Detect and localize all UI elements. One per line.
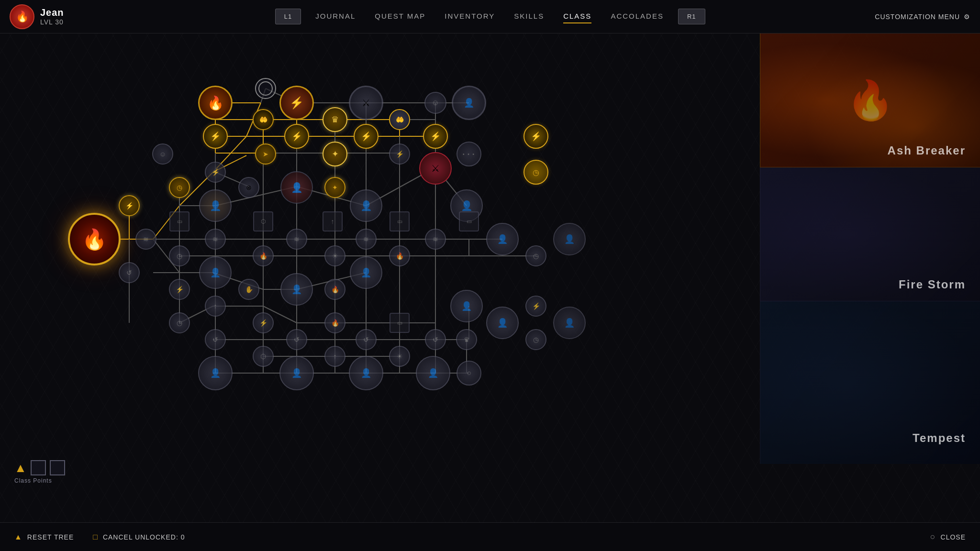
skill-node-portrait-mid1[interactable]: 👤 [199, 189, 232, 222]
skill-node-tempest2[interactable]: 👤 [486, 307, 519, 339]
class-points-icons: ▲ [14, 460, 65, 475]
skill-node-sun[interactable]: ☀ [324, 245, 345, 266]
skill-node-wave1[interactable]: ≋ [135, 229, 156, 250]
skill-node-zap-tempest[interactable]: ⚡ [525, 296, 546, 317]
skill-node-wave3[interactable]: ≋ [286, 229, 307, 250]
skill-node-hands-left[interactable]: 🤲 [253, 109, 274, 130]
skill-node-up-arrow[interactable]: ↑ [323, 211, 343, 231]
skill-node-fire-char2[interactable]: ⚡ [279, 86, 314, 120]
nav-quest-map[interactable]: QUEST MAP [375, 10, 425, 23]
skill-node-shield2[interactable]: ⬡ [253, 346, 274, 367]
skill-node-swirl[interactable]: ↺ [119, 262, 140, 283]
skill-node-face[interactable]: ☺ [424, 92, 446, 114]
skill-node-arrow-up3[interactable]: ↑ [324, 346, 345, 367]
nav-items: JOURNAL QUEST MAP INVENTORY SKILLS CLASS… [315, 10, 664, 23]
skill-node-portrait-bottom1[interactable]: 👤 [198, 356, 233, 390]
skill-node-portrait3-1[interactable]: 👤 [199, 256, 232, 289]
skill-node-wave4[interactable]: ≋ [356, 229, 377, 250]
skill-node-flame4[interactable]: 🔥 [324, 312, 345, 333]
cancel-unlocked-button[interactable]: □ CANCEL UNLOCKED: 0 [93, 533, 185, 541]
skill-node-slashes[interactable]: ⚡ [389, 143, 410, 165]
skill-node-hands-right[interactable]: 🤲 [389, 109, 410, 130]
skill-node-tempest3[interactable]: 👤 [553, 307, 586, 339]
skill-node-gray1[interactable]: ⚔ [349, 86, 383, 120]
skill-node-lightning4[interactable]: ⚡ [423, 124, 448, 149]
trigger-r1[interactable]: R1 [678, 9, 705, 24]
player-info: 🔥 Jean LVL 30 [10, 4, 105, 29]
skill-node-star1[interactable]: ✦ [323, 142, 347, 166]
trigger-l1[interactable]: L1 [275, 9, 301, 24]
skill-tree-container: 🔥 🔥 ⚡ ⚔ ☺ 👤 🤲 ♛ 🤲 ⚡ ⚡ ⚡ ⚡ [0, 33, 980, 522]
skill-node-wave5[interactable]: ≋ [425, 229, 446, 250]
skill-node-portrait-mid4[interactable]: 👤 [350, 189, 382, 222]
skill-node-lightning2[interactable]: ⚡ [284, 124, 309, 149]
player-name: Jean [40, 7, 64, 18]
skill-node-portrait-mid2[interactable]: ⊗ [238, 177, 259, 198]
player-details: Jean LVL 30 [40, 7, 64, 26]
skill-node-swirl4[interactable]: ↺ [286, 329, 307, 350]
skill-node-portrait3-3[interactable]: 👤 [350, 256, 382, 289]
skill-node-star-mid[interactable]: ✦ [324, 177, 345, 198]
reset-tree-button[interactable]: ▲ RESET TREE [14, 533, 74, 541]
skill-node-gray2[interactable]: 👤 [452, 86, 486, 120]
customization-menu[interactable]: CUSTOMIZATION MENU ⚙ [875, 13, 970, 21]
skill-node-swirl5[interactable]: ↺ [356, 329, 377, 350]
skill-node-box1[interactable]: ▭ [169, 211, 189, 231]
skill-node-portrait-bottom4[interactable]: 👤 [416, 356, 450, 390]
skill-node-arrow-up2[interactable]: ↑ [205, 296, 226, 317]
skill-node-clock-tempest[interactable]: ◷ [525, 329, 546, 350]
skill-node-swirl2[interactable]: ⚡ [253, 312, 274, 333]
skill-node-lightning-left[interactable]: ⚡ [119, 195, 140, 216]
skill-node-crown2[interactable]: ♛ [456, 329, 477, 350]
skill-node-fire-warrior[interactable]: 🔥 [198, 86, 233, 120]
skill-node-clock2[interactable]: ◷ [169, 245, 190, 266]
skill-node-hand-right2[interactable]: ✋ [238, 279, 259, 300]
skill-node-box4[interactable]: ▭ [390, 313, 410, 333]
nav-skills[interactable]: SKILLS [514, 10, 544, 23]
nav-journal[interactable]: JOURNAL [315, 10, 356, 23]
skill-node-flame3[interactable]: 🔥 [324, 279, 345, 300]
skill-node-box2[interactable]: ▭ [390, 211, 410, 231]
skill-node-firestorm1[interactable]: 👤 [486, 223, 519, 255]
skill-node-zap2[interactable]: ⚡ [169, 279, 190, 300]
skill-node-lightning3[interactable]: ⚡ [354, 124, 379, 149]
skill-node-circle-bottom[interactable]: ○ [457, 361, 481, 386]
skill-node-clock-left[interactable]: ◷ [169, 177, 190, 198]
skill-node-tempest1[interactable]: 👤 [450, 290, 483, 322]
skill-node-portrait-bottom2[interactable]: 👤 [279, 356, 314, 390]
reset-tree-label: RESET TREE [27, 533, 74, 541]
skill-node-smiley[interactable]: ☺ [152, 143, 173, 165]
close-label: CLOSE [941, 533, 966, 541]
cancel-unlocked-label: CANCEL UNLOCKED: 0 [103, 533, 185, 541]
skill-node-slash-left[interactable]: ⚡ [205, 162, 226, 183]
skill-node-arrow1[interactable]: ➤ [255, 143, 276, 165]
skill-node-clock4[interactable]: ◷ [169, 312, 190, 333]
skill-node-crown[interactable]: ♛ [323, 107, 347, 132]
skill-node-dots[interactable]: • • • [457, 142, 481, 166]
skill-node-empty-top[interactable] [255, 78, 276, 99]
skill-node-sun2[interactable]: ☀ [389, 346, 410, 367]
reset-icon: ▲ [14, 533, 22, 541]
nav-inventory[interactable]: INVENTORY [445, 10, 495, 23]
nav-accolades[interactable]: ACCOLADES [611, 10, 664, 23]
ash-breaker-panel: 🔥 Ash Breaker [760, 33, 980, 167]
skill-node-flame1[interactable]: 🔥 [253, 245, 274, 266]
skill-node-lightning5[interactable]: ⚡ [523, 124, 548, 149]
skill-node-box3[interactable]: ▭ [459, 211, 479, 231]
skill-node-flame2[interactable]: 🔥 [389, 245, 410, 266]
skill-node-firestorm2[interactable]: 👤 [553, 223, 586, 255]
skill-node-lightning1[interactable]: ⚡ [203, 124, 228, 149]
skill-node-portrait-mid3[interactable]: 👤 [280, 171, 313, 204]
skill-node-portrait-bottom3[interactable]: 👤 [349, 356, 383, 390]
skill-node-clock-ash[interactable]: ◷ [523, 160, 548, 185]
skill-node-wave2[interactable]: ≋ [205, 229, 226, 250]
skill-node-shield-mid[interactable]: ⬡ [253, 211, 273, 231]
skill-node-swirl6[interactable]: ↺ [425, 329, 446, 350]
close-button[interactable]: ○ CLOSE [930, 532, 966, 542]
nav-class[interactable]: CLASS [563, 10, 591, 23]
skill-node-red-warrior[interactable]: ⚔ [419, 152, 452, 185]
main-class-node[interactable]: 🔥 [68, 213, 121, 265]
skill-node-swirl3[interactable]: ↺ [205, 329, 226, 350]
skill-node-portrait3-2[interactable]: 👤 [280, 273, 313, 306]
skill-node-clock3[interactable]: ◷ [525, 245, 546, 266]
